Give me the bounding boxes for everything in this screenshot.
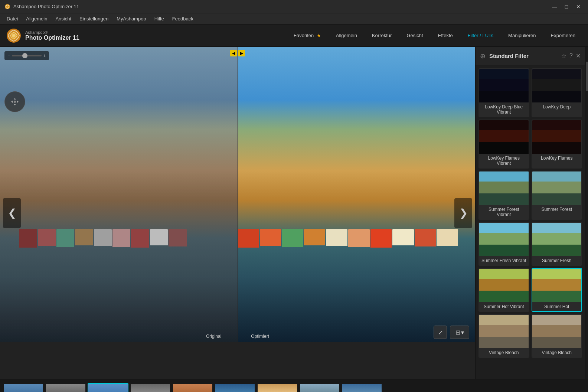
filter-label-3: LowKey Flames [532,154,582,163]
filmstrip-thumb-fjord[interactable]: ○ [342,383,382,392]
fullscreen-button[interactable]: ⤢ [434,326,447,339]
filter-label-0: LowKey Deep Blue Vibrant [479,102,529,117]
main-content: − + ❮ ❯ [0,47,588,379]
filter-item-ft-summer-forest[interactable]: Summer Forest [532,171,582,220]
zoom-in-button[interactable]: + [43,53,46,59]
pan-icon [9,96,20,107]
filmstrip-thumb-cliff[interactable]: ○ [3,383,44,392]
filter-item-ft-summer-forest-vibrant[interactable]: Summer Forest Vibrant [478,171,529,220]
tab-allgemein[interactable]: Allgemein [329,30,364,40]
menu-allgemein[interactable]: Allgemein [22,15,51,23]
maximize-button[interactable]: □ [561,3,572,11]
filmstrip-thumb-inner-2 [88,384,128,392]
filter-item-ft-vintage-bleach2[interactable]: Vintage Bleach [532,314,582,358]
app-logo-area: Ashampoo® Photo Optimizer 11 [6,28,79,43]
title-bar-title: Ashampoo Photo Optimizer 11 [13,4,79,9]
split-view-button[interactable]: ⊟ ▾ [450,326,469,339]
tab-manipulieren[interactable]: Manipulieren [502,30,542,40]
pan-circle[interactable] [4,91,25,112]
app-icon [4,4,10,10]
filmstrip-thumb-inner-0 [4,384,43,392]
photo-left [0,47,238,342]
filmstrip-thumb-canyon[interactable]: ○ [172,383,213,392]
filter-help-button[interactable]: ? [569,52,573,59]
filter-thumb-11 [532,315,582,348]
filter-label-6: Summer Fresh Vibrant [479,256,529,265]
filter-thumb-6 [479,223,529,256]
filmstrip-thumb-inner-4 [173,384,212,392]
filmstrip-thumb-historic[interactable]: ○ [130,383,171,392]
filter-label-7: Summer Fresh [532,256,582,265]
menu-myashampoo[interactable]: MyAshampoo [113,15,150,23]
next-image-button[interactable]: ❯ [454,198,472,228]
zoom-thumb [22,53,27,58]
filter-item-ft-summer-hot[interactable]: Summer Hot [532,268,582,312]
split-arrow-right[interactable]: ▶ [238,50,245,56]
photo-right [238,47,475,342]
zoom-slider[interactable] [12,55,42,56]
app-header: Ashampoo® Photo Optimizer 11 Favoriten ★… [0,24,588,47]
filters-header-btns: ☆ ? ✕ [561,52,581,59]
scrollbar[interactable] [585,47,588,379]
menu-einstellungen[interactable]: Einstellungen [76,15,112,23]
zoom-out-button[interactable]: − [7,53,10,59]
filmstrip-thumb-waterfall[interactable]: ○ [215,383,255,392]
photo-container: ◀ ▶ [0,47,475,342]
filmstrip-thumb-inner-7 [300,384,339,392]
filmstrip-thumb-desert[interactable]: ○ [257,383,298,392]
tab-exportieren[interactable]: Exportieren [544,30,582,40]
filter-item-ft-lowkey-deep[interactable]: LowKey Deep [532,68,582,117]
tab-korrektur[interactable]: Korrektur [365,30,398,40]
filter-item-ft-lowkey-flames[interactable]: LowKey Flames [532,120,582,169]
scroll-thumb[interactable] [586,62,588,91]
filter-label-4: Summer Forest Vibrant [479,205,529,219]
filter-thumb-4 [479,172,529,205]
image-area: ◀ ▶ Original Optimiert ⤢ ⊟ ▾ [0,47,475,342]
filters-panel-title: Standard Filter [489,53,558,59]
menu-ansicht[interactable]: Ansicht [52,15,75,23]
filmstrip-thumb-bw-road[interactable]: ○ [45,383,86,392]
split-arrow-left[interactable]: ◀ [230,50,237,56]
split-divider[interactable] [238,47,238,342]
svg-point-2 [12,34,16,37]
tab-filter-luts[interactable]: Filter / LUTs [461,30,500,40]
filter-close-button[interactable]: ✕ [576,52,581,59]
filter-label-1: LowKey Deep [532,102,582,111]
tab-gesicht[interactable]: Gesicht [400,30,429,40]
menu-feedback[interactable]: Feedback [169,15,197,23]
filter-thumb-1 [532,69,582,102]
tab-favoriten[interactable]: Favoriten ★ [287,30,328,40]
menu-datei[interactable]: Datei [3,15,22,23]
filter-thumb-7 [532,223,582,256]
image-bottom-controls: ⤢ ⊟ ▾ [434,326,469,339]
filter-label-8: Summer Hot Vibrant [479,302,529,311]
filmstrip: ○○○○○○○○○ [0,379,588,392]
filter-star-button[interactable]: ☆ [561,52,566,59]
filters-grid: LowKey Deep Blue VibrantLowKey DeepLowKe… [476,65,585,379]
filmstrip-thumb-harbor[interactable]: ○ [88,383,128,392]
image-panel: − + ❮ ❯ [0,47,475,379]
split-handle[interactable]: ◀ ▶ [230,50,245,56]
houses-left [19,229,219,248]
filter-label-11: Vintage Bleach [532,348,582,357]
filter-item-ft-lowkey-deep-blue[interactable]: LowKey Deep Blue Vibrant [478,68,529,117]
app-name: Photo Optimizer 11 [25,35,79,41]
tab-effekte[interactable]: Effekte [431,30,460,40]
filter-thumb-8 [479,269,529,302]
prev-image-button[interactable]: ❮ [3,198,21,228]
filter-item-ft-summer-fresh-vibrant[interactable]: Summer Fresh Vibrant [478,222,529,266]
split-view-icon: ⊟ [455,329,460,336]
filmstrip-thumb-inner-3 [131,384,170,392]
close-button[interactable]: ✕ [573,3,584,11]
filter-item-ft-vintage-bleach[interactable]: Vintage Bleach [478,314,529,358]
menu-hilfe[interactable]: Hilfe [151,15,168,23]
pan-controls [4,91,25,112]
split-view-arrow: ▾ [461,329,464,336]
filter-thumb-5 [532,172,582,205]
filter-item-ft-summer-fresh[interactable]: Summer Fresh [532,222,582,266]
minimize-button[interactable]: — [549,3,560,11]
filter-item-ft-lowkey-flames-vibrant[interactable]: LowKey Flames Vibrant [478,120,529,169]
filter-label-2: LowKey Flames Vibrant [479,154,529,168]
filter-item-ft-summer-hot-vibrant[interactable]: Summer Hot Vibrant [478,268,529,312]
filmstrip-thumb-mountain[interactable]: ○ [299,383,340,392]
